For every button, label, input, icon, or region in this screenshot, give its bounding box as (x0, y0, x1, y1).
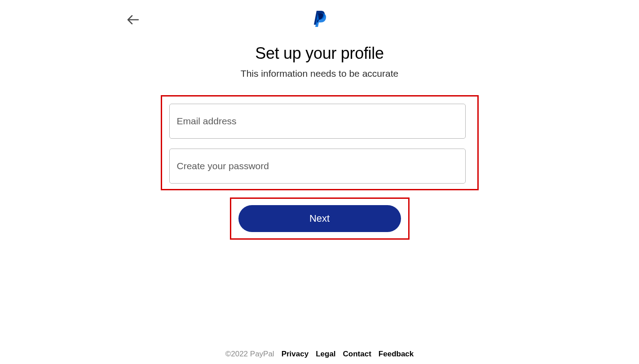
footer-link-feedback[interactable]: Feedback (379, 350, 414, 359)
inputs-highlight-box (161, 95, 479, 190)
paypal-logo (313, 10, 326, 29)
footer-link-privacy[interactable]: Privacy (282, 350, 309, 359)
page-subtitle: This information needs to be accurate (158, 68, 481, 79)
page-title: Set up your profile (158, 44, 481, 63)
next-button[interactable]: Next (238, 205, 401, 232)
arrow-left-icon (127, 15, 139, 25)
footer-link-contact[interactable]: Contact (343, 350, 371, 359)
button-highlight-box: Next (230, 197, 410, 240)
footer-link-legal[interactable]: Legal (316, 350, 335, 359)
back-button[interactable] (127, 13, 139, 26)
copyright-text: ©2022 PayPal (225, 350, 274, 359)
password-field[interactable] (169, 149, 466, 184)
email-field[interactable] (169, 104, 466, 139)
footer: ©2022 PayPal Privacy Legal Contact Feedb… (225, 350, 414, 359)
